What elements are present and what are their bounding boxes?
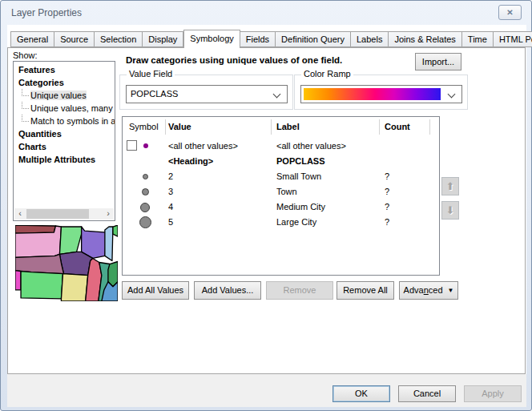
table-row-heading[interactable]: <Heading> POPCLASS — [123, 154, 439, 169]
column-header-symbol[interactable]: Symbol — [129, 122, 159, 131]
move-up-button[interactable]: ⬆ — [441, 177, 459, 195]
move-down-button[interactable]: ⬇ — [441, 201, 459, 220]
tab-selection[interactable]: Selection — [95, 31, 143, 47]
scroll-right-icon[interactable]: › — [103, 208, 114, 220]
dialog-footer: OK Cancel Apply — [7, 374, 526, 407]
all-other-values-symbol-icon[interactable] — [143, 143, 148, 148]
advanced-label: Adva — [404, 285, 424, 295]
advanced-button[interactable]: Advanced▼ — [399, 281, 458, 300]
scrollbar-thumb[interactable] — [26, 209, 89, 219]
tree-item-match-symbols[interactable]: Match to symbols in a — [14, 115, 115, 127]
down-arrow-icon: ⬇ — [446, 204, 455, 216]
column-header-count[interactable]: Count — [385, 122, 410, 131]
close-button[interactable]: ✕ — [498, 5, 522, 20]
layer-properties-dialog: Layer Properties ✕ General Source Select… — [0, 0, 532, 411]
cancel-button[interactable]: Cancel — [398, 385, 456, 402]
value-field-dropdown[interactable]: POPCLASS — [126, 85, 288, 103]
tab-symbology[interactable]: Symbology — [183, 30, 240, 48]
tab-joins-relates[interactable]: Joins & Relates — [389, 31, 461, 47]
column-divider — [429, 119, 430, 135]
tree-branch-icon — [22, 89, 29, 96]
close-icon: ✕ — [506, 8, 513, 17]
tree-horizontal-scrollbar[interactable]: ‹ › — [14, 208, 114, 220]
column-header-label[interactable]: Label — [276, 122, 300, 131]
row-value: 4 — [168, 202, 173, 212]
show-label: Show: — [13, 50, 38, 60]
table-row-town[interactable]: 3 Town ? — [123, 184, 439, 199]
graduated-symbol-icon[interactable] — [142, 188, 149, 195]
graduated-symbol-icon[interactable] — [143, 174, 148, 179]
column-divider — [165, 119, 166, 135]
row-count: ? — [385, 217, 389, 227]
tab-definition-query[interactable]: Definition Query — [276, 31, 351, 47]
row-label: Small Town — [276, 171, 321, 181]
table-row-medium-city[interactable]: 4 Medium City ? — [123, 199, 439, 215]
remove-all-button[interactable]: Remove All — [337, 281, 394, 300]
dropdown-arrow-icon: ▼ — [448, 287, 454, 294]
row-count: ? — [385, 187, 389, 196]
all-other-values-checkbox[interactable] — [127, 140, 137, 151]
tree-item-categories[interactable]: Categories — [14, 76, 115, 89]
color-ramp-groupbox: Color Ramp — [294, 75, 468, 110]
table-row-all-other-values[interactable]: <all other values> <all other values> — [123, 139, 439, 154]
tab-bar: General Source Selection Display Symbolo… — [10, 30, 532, 48]
import-button[interactable]: Import... — [415, 53, 461, 71]
tree-item-multiple-attributes[interactable]: Multiple Attributes — [14, 153, 115, 166]
map-preview — [15, 225, 118, 301]
tab-labels[interactable]: Labels — [351, 31, 389, 47]
tree-item-charts[interactable]: Charts — [14, 140, 115, 153]
chevron-down-icon — [448, 91, 456, 99]
tab-fields[interactable]: Fields — [240, 31, 276, 47]
table-row-small-town[interactable]: 2 Small Town ? — [123, 169, 439, 184]
value-field-label: Value Field — [127, 69, 175, 79]
graduated-symbol-icon[interactable] — [139, 216, 151, 228]
color-ramp-swatch — [304, 88, 441, 100]
tab-general[interactable]: General — [10, 31, 54, 47]
symbology-tab-page: Show: Features Categories Unique values … — [7, 47, 526, 374]
row-value: 2 — [168, 171, 173, 181]
color-ramp-label: Color Ramp — [301, 69, 353, 79]
add-values-button[interactable]: Add Values... — [194, 281, 261, 300]
tab-source[interactable]: Source — [54, 31, 95, 47]
dialog-client-area: General Source Selection Display Symbolo… — [7, 25, 526, 407]
tab-html-popup[interactable]: HTML Popup — [494, 31, 532, 47]
row-label: Large City — [276, 217, 316, 227]
column-header-value[interactable]: Value — [168, 122, 191, 131]
apply-button[interactable]: Apply — [464, 385, 522, 402]
tree-item-unique-values-many[interactable]: Unique values, many — [14, 102, 115, 115]
row-count: ? — [385, 202, 389, 212]
row-value: <Heading> — [168, 156, 213, 166]
tree-item-unique-values[interactable]: Unique values — [14, 89, 115, 102]
tree-item-quantities[interactable]: Quantities — [14, 127, 115, 140]
row-value: <all other values> — [168, 141, 238, 151]
tree-item-features[interactable]: Features — [14, 63, 115, 76]
column-divider — [379, 119, 380, 135]
value-field-selected: POPCLASS — [131, 89, 178, 99]
symbology-method-tree: Features Categories Unique values Unique… — [13, 61, 115, 221]
tab-display[interactable]: Display — [143, 31, 183, 47]
tree-branch-icon — [22, 102, 29, 109]
add-all-values-button[interactable]: Add All Values — [122, 281, 189, 300]
row-value: 5 — [168, 217, 173, 227]
page-heading: Draw categories using unique values of o… — [126, 55, 342, 65]
color-ramp-dropdown[interactable] — [300, 85, 462, 103]
row-value: 3 — [168, 187, 173, 196]
row-count: ? — [385, 171, 389, 181]
row-label: Medium City — [276, 202, 325, 212]
row-label: <all other values> — [276, 141, 346, 151]
chevron-down-icon — [273, 91, 281, 99]
window-title: Layer Properties — [11, 7, 82, 18]
table-row-large-city[interactable]: 5 Large City ? — [123, 215, 439, 230]
remove-button[interactable]: Remove — [266, 281, 333, 300]
up-arrow-icon: ⬆ — [446, 180, 455, 192]
ok-button[interactable]: OK — [332, 385, 390, 402]
scroll-left-icon[interactable]: ‹ — [14, 208, 26, 220]
row-label: POPCLASS — [276, 156, 325, 166]
graduated-symbol-icon[interactable] — [140, 203, 150, 212]
tree-branch-icon — [22, 115, 29, 122]
tab-time[interactable]: Time — [462, 31, 494, 47]
unique-values-table: Symbol Value Label Count <all other valu… — [122, 116, 440, 276]
advanced-label: ced — [429, 285, 443, 295]
column-divider — [271, 119, 272, 135]
row-label: Town — [276, 187, 297, 196]
